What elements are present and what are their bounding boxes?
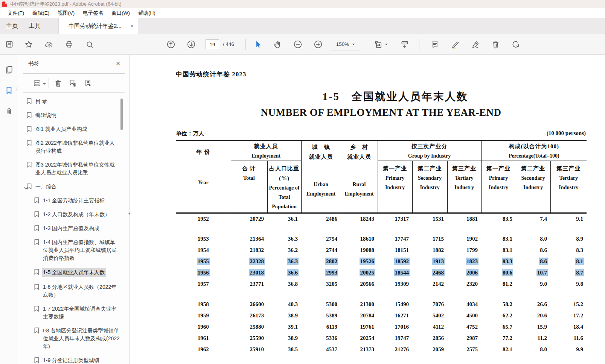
locate-current-bookmark-button[interactable] [82,77,94,89]
bookmark-item[interactable]: 1-5 全国就业人员年末人数 [18,268,130,277]
bookmark-item[interactable]: 编辑说明 [18,111,130,119]
value-cell: 19088 [341,245,378,256]
value-cell: 18151 [378,245,412,256]
table-row: 19612559038.9533620254197472856298777.21… [176,333,587,344]
menu-item[interactable]: 视图(V) [53,10,79,17]
tab-document[interactable]: 中国劳动统计年鉴2... × [58,18,138,34]
value-cell: 65.7 [481,322,516,333]
bookmarks-panel-button[interactable] [3,84,15,96]
zoom-level-dropdown[interactable]: 150% [331,38,360,50]
zoom-out-button[interactable] [292,38,304,50]
col-header-secondary: 第二产业Secondary Industry [412,161,447,213]
bookmark-ribbon-icon [34,284,40,293]
plus-circle-icon [314,40,323,49]
print-button[interactable] [63,38,75,50]
value-cell: 20.6 [516,310,550,322]
paperclip-icon [5,107,14,116]
comment-button[interactable] [429,38,441,50]
menu-item[interactable]: 编辑(E) [28,10,53,17]
value-cell: 21364 [231,234,267,245]
menu-item[interactable]: 窗口(W) [107,10,134,17]
bookmark-item-label: 编辑说明 [35,112,56,118]
bookmark-item[interactable]: 1-7 2022年全国城镇调查失业率主要数据 [18,305,130,321]
menu-item[interactable]: 文件(F) [3,10,28,17]
bookmark-ribbon-icon [34,268,40,278]
bookmark-item[interactable]: 1-3 国内生产总值及构成 [18,224,130,232]
close-icon[interactable]: × [116,59,120,68]
value-cell: 8.0 [516,234,550,245]
bookmark-item[interactable]: I-8 各地区分登记注册类型城镇单位就业人员年末人数及构成(2022年) [18,327,130,350]
share-upload-button[interactable] [43,38,55,50]
bookmark-item[interactable]: 图3 2022年城镇非私营单位女性就业人员占就业人员比重 [18,161,130,177]
scroll-mode-button[interactable] [399,38,411,50]
value-cell: 4537 [301,344,341,355]
save-button[interactable] [3,38,15,50]
highlight-button[interactable] [449,38,461,50]
bookmarks-panel-header: 书签 × [23,55,125,74]
menu-item[interactable]: 电子签名 [79,10,107,17]
col-header-percentage: 占人口比重(%)Percentage of Total Population [267,161,301,213]
next-page-button[interactable] [185,38,197,50]
value-cell: 36.3 [267,234,301,245]
bookmark-item-label: 目 录 [35,98,47,104]
previous-page-button[interactable] [165,38,177,50]
search-button[interactable] [84,38,96,50]
value-cell: 39.1 [267,322,301,333]
print-icon [65,40,73,49]
add-bookmark-button[interactable] [67,77,78,89]
bookmark-plus-icon [69,79,77,87]
menu-item[interactable]: 帮助(H) [134,10,160,17]
hand-tool-button[interactable] [271,38,283,50]
rotate-button[interactable] [510,38,522,50]
main-area: 书签 × 目 录编辑说明图1 就业人员产业构成图2 2022年 [0,55,605,364]
bookmark-options-button[interactable] [31,77,43,89]
value-cell: 36.6 [267,267,301,279]
year-cell: 1953 [176,234,231,245]
bookmark-item[interactable]: 1-6 分地区就业人员数（2022年底数） [18,283,130,299]
delete-button[interactable] [489,38,501,50]
bookmark-item[interactable]: 1-4 国内生产总值指数、城镇单位就业人员平均工资和城镇居民消费价格指数 [18,238,130,262]
bookmark-item[interactable]: 1-9 分登记注册类型城镇 [18,356,130,364]
tab-tools[interactable]: 工具 [23,18,46,34]
value-cell: 8.6 [516,256,550,267]
table-row: 19542183236.2274419088181511882179983.18… [176,245,587,256]
fill-sign-button[interactable] [469,38,481,50]
cloud-upload-icon [45,40,53,49]
page-number-input[interactable] [206,39,219,49]
menu-bar: 文件(F)编辑(E)视图(V)电子签名窗口(W)帮助(H) [0,8,605,18]
bookmark-item[interactable]: 1-1 全国劳动统计主要指标 [18,197,130,205]
bookmark-item[interactable]: 目 录 [18,97,130,105]
value-cell: 1882 [412,245,447,256]
page-thumbnails-button[interactable] [3,64,15,76]
comment-bubble-icon [431,40,439,49]
value-cell: 18592 [378,256,412,267]
value-cell: 83.1 [481,234,516,245]
value-cell: 38.9 [267,310,301,322]
tab-bar: 主页 工具 中国劳动统计年鉴2... × [0,18,605,34]
bookmark-item-label: 1-2 人口数及构成（年末数） [43,211,110,217]
value-cell: 5389 [301,310,341,322]
bookmark-item[interactable]: 图1 就业人员产业构成 [18,125,130,133]
fit-width-dropdown[interactable] [374,38,388,50]
attachments-button[interactable] [3,105,15,117]
panel-scrollbar[interactable] [120,99,123,130]
col-group-composition: 构成(以合计为100)Percentage(Total=100) [481,141,587,161]
value-cell: 23018 [231,267,267,279]
bookmark-item-label: I-8 各地区分登记注册类型城镇单位就业人员年末人数及构成(2022年) [43,328,120,349]
close-icon[interactable]: × [130,23,133,29]
value-cell: 19761 [341,322,378,333]
delete-bookmark-button[interactable] [52,77,64,89]
employment-table-body: 19522072936.1248618243173171531188183.57… [176,213,587,355]
favorite-star-button[interactable] [23,38,35,50]
value-cell: 1531 [412,213,447,224]
bookmark-item-label: 1-9 分登记注册类型城镇 [43,357,99,363]
signature-pen-icon [471,40,480,49]
bookmark-item-label: 1-4 国内生产总值指数、城镇单位就业人员平均工资和城镇居民消费价格指数 [43,239,117,261]
zoom-in-button[interactable] [312,38,324,50]
select-tool-button[interactable] [252,38,264,50]
bookmark-item[interactable]: 一、综合 [18,183,130,191]
value-cell: 2486 [301,213,341,224]
bookmark-item[interactable]: 图2 2022年城镇非私营单位就业人员行业构成 [18,139,130,155]
bookmark-item[interactable]: 1-2 人口数及构成（年末数） [18,211,130,218]
tab-home[interactable]: 主页 [1,18,23,34]
